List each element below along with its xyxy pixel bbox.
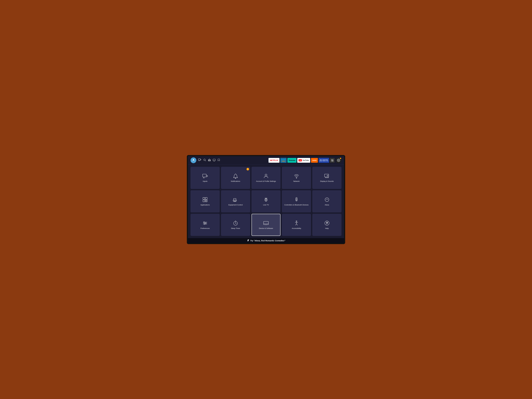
channels-shortcut[interactable]: fire | channels FREE. FRESH. FUN.	[319, 158, 329, 163]
tile-account[interactable]: Account & Profile Settings	[252, 167, 281, 189]
tile-sleep[interactable]: Sleep Timer	[221, 214, 250, 236]
tile-network[interactable]: Network	[282, 167, 311, 189]
tile-equipment-label: Equipment Control	[228, 204, 243, 206]
tv-nav-icon[interactable]	[213, 158, 215, 162]
tile-alexa-label: Alexa	[325, 204, 329, 206]
tile-device[interactable]: Device & Software	[252, 214, 281, 236]
tile-display[interactable]: Display & Sounds	[312, 167, 342, 189]
home-nav-icon[interactable]	[208, 158, 211, 162]
settings-notification-dot	[340, 158, 341, 159]
tile-network-label: Network	[293, 180, 300, 183]
tile-sleep-label: Sleep Timer	[231, 227, 240, 230]
search-nav-icon[interactable]	[203, 158, 206, 162]
svg-rect-55	[264, 222, 268, 225]
tile-preferences[interactable]: Preferences	[190, 214, 220, 236]
all-apps-shortcut[interactable]	[330, 158, 335, 163]
svg-rect-30	[234, 198, 236, 200]
svg-point-41	[296, 200, 297, 200]
svg-point-19	[235, 178, 236, 179]
svg-line-3	[205, 160, 206, 161]
svg-rect-24	[203, 197, 205, 199]
tile-controllers-label: Controllers & Bluetooth Devices	[284, 204, 309, 206]
tile-account-label: Account & Profile Settings	[256, 180, 276, 183]
grid-row-2: Applications Equipment Control	[190, 190, 342, 212]
svg-rect-16	[203, 174, 206, 177]
netflix-shortcut[interactable]: NETFLIX	[268, 158, 279, 163]
svg-point-59	[296, 221, 297, 222]
tile-equipment[interactable]: Equipment Control	[221, 190, 250, 212]
svg-rect-10	[333, 159, 333, 160]
svg-line-63	[297, 224, 298, 225]
tile-inputs-label: Inputs	[203, 180, 207, 183]
svg-rect-1	[198, 159, 200, 160]
tile-alexa[interactable]: Alexa	[312, 190, 342, 212]
svg-rect-26	[203, 200, 205, 202]
tile-livetv[interactable]: Live TV	[252, 190, 281, 212]
grid-row-3: Preferences Sleep Timer	[190, 214, 342, 236]
youtube-shortcut[interactable]: YouTube	[297, 158, 310, 163]
settings-button[interactable]	[336, 157, 342, 163]
tile-notifications[interactable]: 2 Notifications	[221, 167, 250, 189]
svg-rect-38	[296, 197, 297, 201]
youtube-play-icon	[299, 159, 302, 161]
tile-device-label: Device & Software	[259, 227, 273, 230]
svg-point-49	[205, 223, 206, 223]
app-shortcuts: NETFLIX prime video freevee YouTube news…	[268, 158, 335, 163]
svg-point-20	[265, 174, 267, 176]
tile-help[interactable]: ? Help	[312, 214, 342, 236]
svg-text:?: ?	[326, 222, 328, 225]
prime-shortcut[interactable]: prime video	[280, 158, 287, 163]
svg-line-53	[235, 223, 236, 224]
svg-point-43	[297, 200, 297, 200]
tile-notifications-label: Notifications	[231, 180, 240, 183]
svg-point-48	[204, 222, 204, 223]
tile-applications-label: Applications	[200, 204, 210, 206]
svg-point-50	[204, 224, 205, 225]
svg-rect-31	[233, 200, 237, 201]
tv-screen: NETFLIX prime video freevee YouTube news…	[187, 155, 345, 244]
svg-rect-5	[213, 159, 215, 161]
svg-rect-12	[331, 160, 332, 161]
tile-controllers[interactable]: Controllers & Bluetooth Devices	[282, 190, 311, 212]
tile-inputs[interactable]: Inputs	[190, 167, 220, 189]
svg-rect-25	[205, 197, 207, 199]
tile-accessibility-label: Accessibility	[292, 227, 301, 230]
alexa-prompt-text: Try "Alexa, find Romantic Comedies"	[250, 240, 285, 242]
main-content: Inputs 2 Notifications Account & Profile…	[188, 165, 344, 238]
alexa-prompt: 🎙 Try "Alexa, find Romantic Comedies"	[247, 239, 285, 242]
nav-bar: NETFLIX prime video freevee YouTube news…	[188, 156, 344, 165]
tile-applications[interactable]: Applications	[190, 190, 220, 212]
bookmark-nav-icon[interactable]	[217, 158, 220, 162]
svg-point-21	[296, 178, 297, 178]
svg-line-62	[295, 224, 296, 225]
tile-livetv-label: Live TV	[263, 204, 269, 206]
svg-point-42	[296, 200, 296, 200]
news-shortcut[interactable]: news	[311, 158, 318, 163]
svg-point-2	[204, 159, 205, 161]
tile-preferences-label: Preferences	[200, 227, 210, 230]
svg-rect-9	[331, 159, 332, 160]
mic-icon: 🎙	[247, 239, 249, 242]
inputs-nav-icon[interactable]	[198, 158, 201, 162]
avatar[interactable]	[190, 157, 196, 163]
grid-row-1: Inputs 2 Notifications Account & Profile…	[190, 167, 342, 189]
tile-accessibility[interactable]: Accessibility	[282, 214, 311, 236]
svg-point-15	[338, 160, 339, 161]
freevee-shortcut[interactable]: freevee	[287, 158, 297, 163]
notification-badge: 2	[247, 168, 249, 171]
svg-point-44	[325, 198, 329, 202]
tile-help-label: Help	[325, 227, 329, 230]
bottom-bar: 🎙 Try "Alexa, find Romantic Comedies"	[188, 238, 344, 243]
svg-point-0	[193, 159, 194, 160]
tile-display-label: Display & Sounds	[320, 180, 334, 183]
nav-icons	[198, 158, 220, 162]
svg-rect-22	[324, 174, 329, 177]
